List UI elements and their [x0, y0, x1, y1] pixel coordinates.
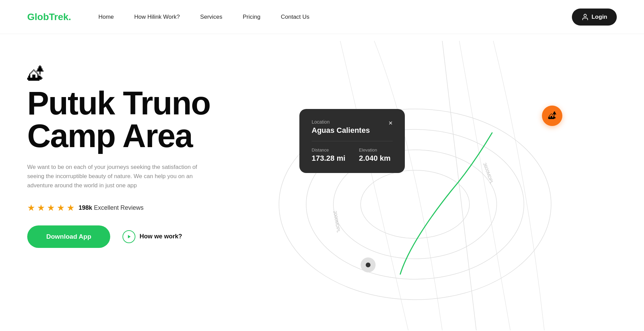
nav-how[interactable]: How Hilink Work? [134, 14, 180, 20]
card-location-info: Location Aguas Calientes [312, 119, 370, 135]
nav-pricing[interactable]: Pricing [243, 14, 261, 20]
star-1: ★ [27, 203, 35, 213]
hero-map: 3600MDPL 2000MDPL Location Aguas Calient… [259, 54, 617, 320]
map-pin-top[interactable]: 🏕 [542, 106, 562, 126]
star-5: ★ [67, 203, 75, 213]
location-label: Location [312, 119, 370, 125]
star-4: ★ [57, 203, 65, 213]
svg-text:2000MDPL: 2000MDPL [332, 210, 341, 233]
svg-marker-1 [128, 235, 131, 238]
svg-line-8 [340, 41, 408, 330]
cta-row: Download App How we work? [27, 225, 245, 248]
card-close-button[interactable]: × [389, 119, 393, 127]
star-3: ★ [47, 203, 55, 213]
nav-links: Home How Hilink Work? Services Pricing C… [98, 14, 572, 20]
hero-section: 🏕 Putuk Truno Camp Area We want to be on… [0, 34, 644, 331]
svg-point-5 [361, 170, 469, 238]
nav-services[interactable]: Services [200, 14, 222, 20]
card-divider [312, 141, 393, 141]
brand-logo[interactable]: GlobTrek. [27, 12, 71, 22]
star-2: ★ [37, 203, 45, 213]
hero-subtitle: We want to be on each of your journeys s… [27, 162, 197, 190]
nav-contact[interactable]: Contact Us [281, 14, 310, 20]
camp-emoji: 🏕 [27, 65, 245, 83]
elevation-value: 2.040 km [359, 154, 391, 163]
location-card: Location Aguas Calientes × Distance 173.… [299, 109, 405, 173]
how-we-work-button[interactable]: How we work? [122, 230, 182, 243]
map-pin-bottom [361, 257, 376, 272]
user-icon [581, 13, 589, 21]
download-button[interactable]: Download App [27, 225, 110, 248]
svg-line-7 [459, 41, 510, 330]
reviews-row: ★ ★ ★ ★ ★ 198k Excellent Reviews [27, 203, 245, 213]
distance-stat: Distance 173.28 mi [312, 147, 345, 163]
elevation-label: Elevation [359, 147, 391, 153]
map-background: 3600MDPL 2000MDPL [238, 41, 612, 330]
hero-title: Putuk Truno Camp Area [27, 87, 245, 152]
distance-label: Distance [312, 147, 345, 153]
location-name: Aguas Calientes [312, 126, 370, 135]
card-header: Location Aguas Calientes × [312, 119, 393, 135]
nav-home[interactable]: Home [98, 14, 114, 20]
card-stats: Distance 173.28 mi Elevation 2.040 km [312, 147, 393, 163]
svg-line-6 [442, 41, 476, 330]
play-icon [122, 230, 135, 243]
svg-point-0 [584, 14, 586, 16]
hero-left: 🏕 Putuk Truno Camp Area We want to be on… [27, 54, 245, 248]
distance-value: 173.28 mi [312, 154, 345, 163]
reviews-text: 198k Excellent Reviews [79, 204, 144, 211]
navbar: GlobTrek. Home How Hilink Work? Services… [0, 0, 644, 34]
login-button[interactable]: Login [572, 9, 617, 26]
elevation-stat: Elevation 2.040 km [359, 147, 391, 163]
